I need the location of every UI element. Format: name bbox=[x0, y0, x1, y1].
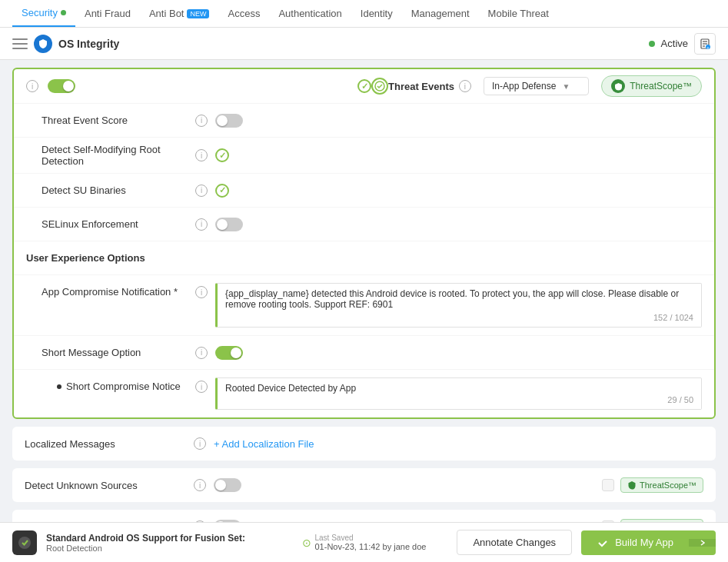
short-compromise-info[interactable]: i bbox=[195, 381, 208, 393]
detect-su-check[interactable] bbox=[215, 184, 229, 198]
last-saved-value: 01-Nov-23, 11:42 by jane doe bbox=[314, 542, 426, 551]
clock-icon: ⊙ bbox=[302, 537, 311, 549]
annotate-changes-button[interactable]: Annotate Changes bbox=[457, 530, 572, 555]
detect-unknown-ts-label: ThreatScope™ bbox=[640, 481, 696, 490]
main-content: i ✓ Threat Events i In-App Defense ▼ bbox=[0, 60, 728, 522]
short-message-toggle[interactable]: ✓ bbox=[215, 346, 243, 360]
root-detection-toggle[interactable]: ✓ bbox=[48, 79, 75, 93]
threat-events-label: Threat Events bbox=[388, 81, 454, 92]
nav-access[interactable]: Access bbox=[218, 0, 269, 27]
detect-unknown-toggle[interactable] bbox=[214, 478, 241, 492]
page-title: OS Integrity bbox=[58, 38, 119, 50]
user-experience-label: User Experience Options bbox=[26, 252, 195, 264]
detect-unknown-info[interactable]: i bbox=[194, 479, 206, 491]
localized-messages-row: Localized Messages i + Add Localization … bbox=[12, 427, 716, 461]
notes-icon[interactable]: + bbox=[694, 33, 716, 55]
selinux-row: SELinux Enforcement i bbox=[14, 208, 714, 241]
short-compromise-text: Rooted Device Detected by App bbox=[225, 383, 356, 394]
bottom-app-icon bbox=[12, 530, 37, 555]
svg-point-7 bbox=[18, 537, 31, 549]
root-detection-card: i ✓ Threat Events i In-App Defense ▼ bbox=[12, 68, 716, 419]
nav-management-label: Management bbox=[411, 8, 470, 19]
detect-developer-card: Detect Developer Options i ThreatScope™ bbox=[12, 510, 716, 522]
threat-event-score-toggle[interactable] bbox=[215, 114, 243, 128]
app-compromise-char-count: 152 / 1024 bbox=[225, 313, 693, 322]
nav-authentication-label: Authentication bbox=[278, 8, 341, 19]
menu-icon[interactable] bbox=[12, 38, 28, 49]
detect-unknown-card: Detect Unknown Sources i ThreatScope™ bbox=[12, 468, 716, 502]
build-btn-label: Build My App bbox=[615, 537, 673, 548]
nav-mobilethreat[interactable]: Mobile Threat bbox=[479, 0, 558, 27]
localized-messages-label: Localized Messages bbox=[25, 438, 194, 450]
detect-developer-threatscope[interactable]: ThreatScope™ bbox=[620, 519, 703, 522]
app-compromise-row: App Compromise Notification * i {app_dis… bbox=[14, 275, 714, 336]
active-status-dot bbox=[649, 41, 655, 47]
detect-unknown-threatscope[interactable]: ThreatScope™ bbox=[620, 477, 703, 493]
detect-su-info[interactable]: i bbox=[195, 185, 208, 197]
nav-identity[interactable]: Identity bbox=[351, 0, 402, 27]
build-my-app-button[interactable]: Build My App bbox=[581, 530, 716, 555]
app-compromise-text-wrapper: {app_display_name} detected this Android… bbox=[215, 283, 702, 328]
detect-su-binaries-row: Detect SU Binaries i bbox=[14, 174, 714, 208]
localized-messages-card: Localized Messages i + Add Localization … bbox=[12, 427, 716, 461]
root-detection-checkbox[interactable] bbox=[357, 79, 371, 93]
in-app-defense-dropdown[interactable]: In-App Defense ▼ bbox=[484, 77, 589, 95]
threatscope-label: ThreatScope™ bbox=[630, 81, 692, 91]
header-right: Active + bbox=[649, 33, 716, 55]
nav-access-label: Access bbox=[228, 8, 260, 19]
root-detection-row: i ✓ Threat Events i In-App Defense ▼ bbox=[14, 69, 714, 104]
detect-self-modifying-info[interactable]: i bbox=[195, 149, 208, 161]
selinux-toggle[interactable] bbox=[215, 218, 243, 231]
nav-antibot-label: Anti Bot bbox=[149, 8, 184, 19]
build-btn-arrow-icon[interactable] bbox=[689, 539, 716, 547]
nav-authentication[interactable]: Authentication bbox=[269, 0, 351, 27]
nav-mobilethreat-label: Mobile Threat bbox=[488, 8, 549, 19]
svg-text:+: + bbox=[707, 45, 710, 49]
threatscope-button[interactable]: ThreatScope™ bbox=[601, 75, 702, 97]
os-integrity-icon bbox=[34, 35, 52, 53]
status-label: Active bbox=[661, 38, 688, 49]
app-compromise-info[interactable]: i bbox=[195, 286, 208, 298]
header-bar: OS Integrity Active + bbox=[0, 28, 728, 60]
short-compromise-row: Short Compromise Notice i Rooted Device … bbox=[14, 370, 714, 417]
nav-identity-label: Identity bbox=[361, 8, 393, 19]
detect-self-modifying-row: Detect Self-Modifying Root Detection i bbox=[14, 138, 714, 174]
localized-messages-info[interactable]: i bbox=[194, 437, 206, 450]
detect-developer-row: Detect Developer Options i ThreatScope™ bbox=[12, 510, 716, 522]
threat-events-icon bbox=[371, 78, 388, 95]
detect-self-modifying-check[interactable] bbox=[215, 148, 229, 162]
threat-events-info-icon[interactable]: i bbox=[459, 80, 471, 92]
short-compromise-text-wrapper: Rooted Device Detected by App 29 / 50 bbox=[215, 377, 702, 410]
selinux-label: SELinux Enforcement bbox=[26, 218, 195, 230]
nav-antifraud[interactable]: Anti Fraud bbox=[75, 0, 140, 27]
bottom-info: Standard Android OS Support for Fusion S… bbox=[46, 533, 293, 553]
detect-developer-ts-checkbox[interactable] bbox=[602, 520, 614, 522]
app-compromise-label: App Compromise Notification * bbox=[26, 283, 195, 298]
short-message-row: Short Message Option i ✓ bbox=[14, 336, 714, 370]
header-left: OS Integrity bbox=[12, 35, 119, 53]
app-compromise-text: {app_display_name} detected this Android… bbox=[225, 288, 679, 310]
add-localization-link[interactable]: + Add Localization File bbox=[214, 438, 314, 450]
nav-security-label: Security bbox=[22, 7, 58, 18]
last-saved-section: ⊙ Last Saved 01-Nov-23, 11:42 by jane do… bbox=[302, 534, 426, 551]
top-navigation: Security Anti Fraud Anti Bot NEW Access … bbox=[0, 0, 728, 28]
nav-security[interactable]: Security bbox=[12, 0, 75, 27]
bottom-app-label: Standard Android OS Support for Fusion S… bbox=[46, 533, 293, 544]
selinux-info[interactable]: i bbox=[195, 218, 208, 231]
detect-unknown-ts-checkbox[interactable] bbox=[602, 479, 614, 491]
detect-self-modifying-label: Detect Self-Modifying Root Detection bbox=[26, 144, 195, 167]
short-message-info[interactable]: i bbox=[195, 347, 208, 359]
detect-developer-toggle[interactable] bbox=[214, 520, 241, 522]
root-detection-info-icon[interactable]: i bbox=[26, 80, 38, 92]
threat-event-score-info[interactable]: i bbox=[195, 115, 208, 127]
nav-management[interactable]: Management bbox=[402, 0, 479, 27]
detect-developer-info[interactable]: i bbox=[194, 520, 206, 522]
nav-antifraud-label: Anti Fraud bbox=[85, 8, 131, 19]
bottom-bar: Standard Android OS Support for Fusion S… bbox=[0, 522, 728, 562]
nav-antibot[interactable]: Anti Bot NEW bbox=[140, 0, 219, 27]
add-localization-label: + Add Localization File bbox=[214, 438, 314, 450]
threat-event-score-row: Threat Event Score i bbox=[14, 104, 714, 138]
detect-su-binaries-label: Detect SU Binaries bbox=[26, 185, 195, 196]
detect-unknown-row: Detect Unknown Sources i ThreatScope™ bbox=[12, 468, 716, 502]
short-compromise-char-count: 29 / 50 bbox=[225, 395, 693, 404]
